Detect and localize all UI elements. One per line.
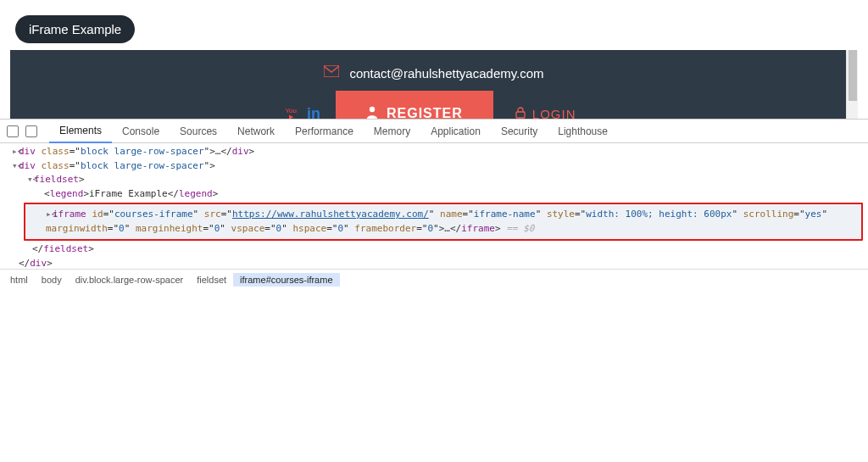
devtools-tabs: Elements Console Sources Network Perform… [0,120,868,143]
dom-row-selected-iframe[interactable]: ▸<iframe id="courses-iframe" src="https:… [24,203,863,241]
iframe-example-badge: iFrame Example [15,15,135,43]
envelope-icon [324,65,339,81]
youtube-icon[interactable]: You▶ [286,108,298,120]
crumb-html[interactable]: html [3,273,35,287]
contact-email: contact@rahulshettyacademy.com [349,66,543,81]
svg-rect-2 [516,112,525,118]
svg-point-1 [370,107,375,112]
tab-elements[interactable]: Elements [49,120,112,143]
dom-row[interactable]: <legend>iFrame Example</legend> [3,187,868,202]
devtools-panel: Elements Console Sources Network Perform… [0,119,868,292]
crumb-body[interactable]: body [35,273,69,287]
device-toolbar-icon[interactable] [25,125,37,137]
tab-memory[interactable]: Memory [364,120,420,142]
crumb-div[interactable]: div.block.large-row-spacer [69,273,191,287]
inspect-element-icon[interactable] [7,125,19,137]
tab-lighthouse[interactable]: Lighthouse [548,120,618,142]
scrollbar-thumb[interactable] [849,50,857,101]
dom-row[interactable]: </div> [3,257,868,270]
tab-sources[interactable]: Sources [170,120,227,142]
dom-row[interactable]: ▾<fieldset> [3,173,868,187]
crumb-fieldset[interactable]: fieldset [190,273,233,287]
dom-row[interactable]: ▾<div class="block large-row-spacer"> [3,159,868,174]
tab-network[interactable]: Network [227,120,285,142]
tab-performance[interactable]: Performance [285,120,364,142]
tab-console[interactable]: Console [112,120,170,142]
dom-row[interactable]: </fieldset> [3,242,868,257]
tab-security[interactable]: Security [491,120,548,142]
devtools-breadcrumbs: html body div.block.large-row-spacer fie… [0,269,868,289]
devtools-dom-tree[interactable]: ▸<div class="block large-row-spacer">…</… [0,143,868,269]
crumb-iframe[interactable]: iframe#courses-iframe [233,273,339,287]
dom-row[interactable]: ▸<div class="block large-row-spacer">…</… [3,145,868,159]
tab-application[interactable]: Application [420,120,491,142]
svg-rect-0 [324,65,339,77]
